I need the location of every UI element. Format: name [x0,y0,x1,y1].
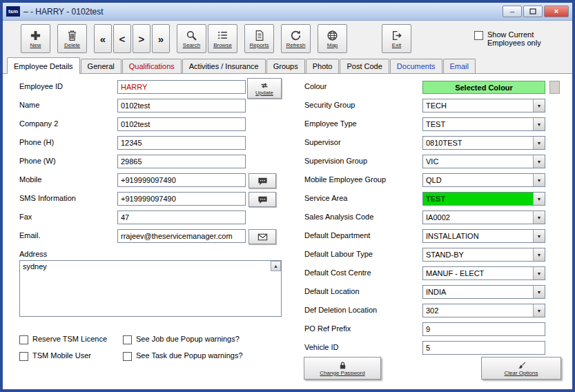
tab-activities-insurance[interactable]: Activities / Insurance [182,59,266,73]
first-record-icon: « [100,33,106,45]
employee-type-select[interactable]: TEST ▼ [422,117,545,131]
update-button[interactable]: Update [247,78,282,99]
tsm-logo-icon: tsm [6,6,20,17]
tab-general[interactable]: General [81,59,121,73]
label-mobile-employee-group: Mobile Employee Group [304,175,386,184]
checkbox-box[interactable] [123,335,132,344]
nav-last-button[interactable]: » [152,24,170,53]
label-phone-h: Phone (H) [19,138,54,146]
tsm-mobile-user-checkbox[interactable]: TSM Mobile User [19,351,91,361]
nav-first-button[interactable]: « [94,24,112,53]
chevron-down-icon[interactable]: ▼ [533,137,545,149]
delete-button[interactable]: Delete [57,24,87,53]
next-record-icon: > [139,33,145,45]
label-employee-type: Employee Type [304,119,357,128]
send-sms-mobile-button[interactable] [248,173,276,188]
phone-h-input[interactable] [117,136,246,150]
service-area-select[interactable]: TEST ▼ [422,192,545,206]
window-title: – - HARRY - 0102test [23,7,104,17]
colour-picker-button[interactable] [549,81,560,94]
clear-options-button[interactable]: Clear Options [481,357,561,380]
browse-button[interactable]: Browse [208,24,237,53]
sms-bubble-icon [257,176,268,186]
security-group-select[interactable]: TECH ▼ [422,99,545,112]
new-button[interactable]: New [21,24,50,53]
default-department-select[interactable]: INSTALLATION ▼ [422,229,545,243]
send-sms-info-button[interactable] [248,192,276,207]
tab-documents[interactable]: Documents [390,59,442,73]
chevron-down-icon[interactable]: ▼ [533,248,545,261]
close-icon: × [554,8,558,15]
checkbox-box[interactable] [123,352,132,361]
scroll-up-button[interactable]: ▲ [271,261,281,271]
nav-next-button[interactable]: > [133,24,150,53]
window-controls: – × [503,6,569,17]
nav-prev-button[interactable]: < [113,24,131,53]
chevron-down-icon[interactable]: ▼ [533,118,545,130]
po-ref-prefix-input[interactable] [422,322,545,336]
tab-strip: Employee Details General Qualifications … [3,57,572,73]
address-textarea[interactable]: sydney [19,260,282,317]
chevron-down-icon[interactable]: ▼ [533,155,545,168]
tab-groups[interactable]: Groups [266,59,305,73]
checkbox-label: See Task due Popup warnings? [136,351,243,360]
tab-employee-details[interactable]: Employee Details [7,57,80,74]
envelope-icon [257,232,268,242]
chevron-down-icon[interactable]: ▼ [533,267,545,280]
chevron-down-icon[interactable]: ▼ [533,304,545,317]
vehicle-id-input[interactable] [422,341,545,355]
selected-colour-button[interactable]: Selected Colour [422,81,545,94]
label-colour: Colour [304,82,327,90]
chevron-down-icon[interactable]: ▼ [533,230,545,242]
checkbox-box[interactable] [19,335,28,344]
chevron-down-icon[interactable]: ▼ [533,99,545,112]
sms-information-input[interactable] [117,192,246,206]
paintbrush-icon [516,361,527,370]
label-vehicle-id: Vehicle ID [304,343,339,351]
chevron-down-icon[interactable]: ▼ [533,211,545,224]
checkbox-box[interactable] [19,352,28,361]
label-security-group: Security Group [304,101,355,109]
tab-post-code[interactable]: Post Code [340,59,389,73]
fax-input[interactable] [117,210,246,224]
tab-email[interactable]: Email [443,59,476,73]
chevron-down-icon[interactable]: ▼ [533,286,545,298]
mobile-input[interactable] [117,173,246,187]
show-current-checkbox[interactable] [474,31,483,40]
map-button[interactable]: Map [318,24,347,53]
label-sms-information: SMS Information [19,194,76,202]
sales-analysis-code-select[interactable]: IA0002 ▼ [422,210,545,224]
reports-button[interactable]: Reports [244,24,274,53]
company-2-input[interactable] [117,117,246,131]
mobile-employee-group-select[interactable]: QLD ▼ [422,173,545,187]
supervision-group-select[interactable]: VIC ▼ [422,155,545,168]
close-button[interactable]: × [544,6,569,17]
default-location-select[interactable]: INDIA ▼ [422,285,545,299]
send-email-button[interactable] [248,229,276,244]
search-button[interactable]: Search [177,24,206,53]
employee-id-input[interactable] [117,80,246,94]
name-input[interactable] [117,99,246,112]
phone-w-input[interactable] [117,155,246,168]
tab-qualifications[interactable]: Qualifications [122,59,182,73]
minimize-icon: – [510,8,514,15]
def-deletion-location-select[interactable]: 302 ▼ [422,304,545,317]
email-input[interactable] [117,229,246,243]
reserve-tsm-licence-checkbox[interactable]: Reserve TSM Licence [19,335,107,344]
exit-button[interactable]: Exit [382,24,411,53]
change-password-button[interactable]: Change Password [304,357,381,380]
maximize-button[interactable] [523,6,543,17]
chevron-down-icon[interactable]: ▼ [533,174,545,186]
show-current-employees-toggle[interactable]: Show Current Employees only [474,30,565,47]
label-default-cost-centre: Default Cost Centre [304,268,371,277]
default-labour-type-select[interactable]: STAND-BY ▼ [422,248,545,262]
list-icon [217,30,228,41]
supervisor-select[interactable]: 0810TEST ▼ [422,136,545,150]
refresh-button[interactable]: Refresh [281,24,311,53]
tab-photo[interactable]: Photo [306,59,340,73]
default-cost-centre-select[interactable]: MANUF - ELECT ▼ [422,266,545,280]
chevron-down-icon[interactable]: ▼ [533,193,545,205]
minimize-button[interactable]: – [503,6,522,17]
see-task-due-popup-checkbox[interactable]: See Task due Popup warnings? [123,351,243,361]
see-job-due-popup-checkbox[interactable]: See Job due Popup warnings? [123,335,240,344]
